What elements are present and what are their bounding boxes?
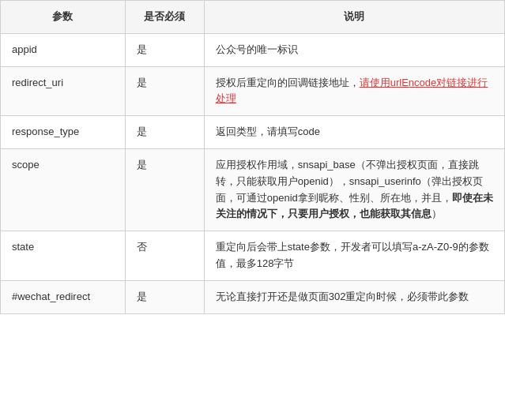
required-cell: 是 — [125, 116, 204, 149]
red-link-text: 请使用urlEncode对链接进行处理 — [216, 77, 488, 105]
param-cell: response_type — [1, 116, 126, 149]
param-cell: state — [1, 231, 126, 281]
header-description: 说明 — [204, 1, 504, 34]
required-cell: 是 — [125, 280, 204, 313]
header-param: 参数 — [1, 1, 126, 34]
description-cell: 无论直接打开还是做页面302重定向时候，必须带此参数 — [204, 280, 504, 313]
bold-text: 即使在未关注的情况下，只要用户授权，也能获取其信息 — [216, 192, 493, 220]
param-cell: redirect_uri — [1, 66, 126, 116]
header-required: 是否必须 — [125, 1, 204, 34]
description-cell: 公众号的唯一标识 — [204, 33, 504, 66]
description-cell: 应用授权作用域，snsapi_base（不弹出授权页面，直接跳转，只能获取用户o… — [204, 148, 504, 231]
param-cell: #wechat_redirect — [1, 280, 126, 313]
param-cell: scope — [1, 148, 126, 231]
description-cell: 授权后重定向的回调链接地址，请使用urlEncode对链接进行处理 — [204, 66, 504, 116]
required-cell: 否 — [125, 231, 204, 281]
description-cell: 返回类型，请填写code — [204, 116, 504, 149]
param-cell: appid — [1, 33, 126, 66]
required-cell: 是 — [125, 33, 204, 66]
required-cell: 是 — [125, 148, 204, 231]
description-cell: 重定向后会带上state参数，开发者可以填写a-zA-Z0-9的参数值，最多12… — [204, 231, 504, 281]
required-cell: 是 — [125, 66, 204, 116]
